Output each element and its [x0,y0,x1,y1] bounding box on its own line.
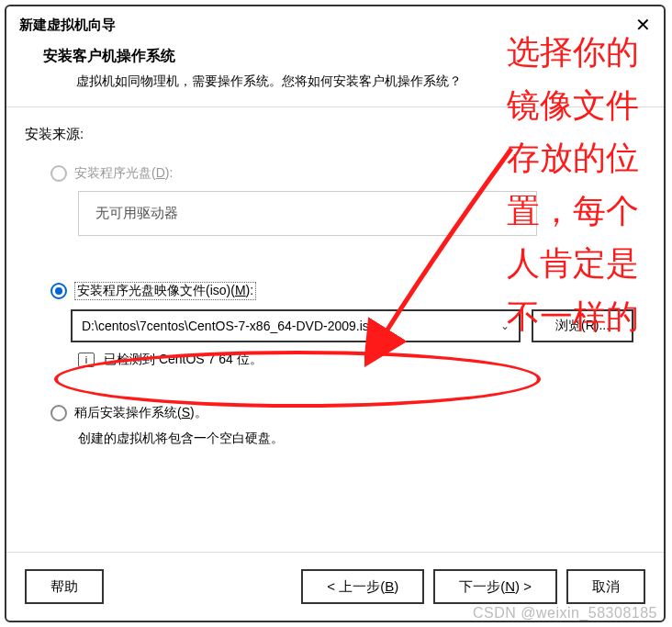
no-drive-box: 无可用驱动器 [78,191,537,236]
detected-os-text: 已检测到 CentOS 7 64 位。 [104,352,263,368]
help-button[interactable]: 帮助 [25,569,104,604]
watermark: CSDN @weixin_58308185 [473,605,657,621]
radio-icon [50,405,67,421]
cancel-button[interactable]: 取消 [566,569,645,604]
later-note: 创建的虚拟机将包含一个空白硬盘。 [78,431,645,447]
iso-path-row: D:\centos\7centos\CentOS-7-x86_64-DVD-20… [71,309,645,342]
browse-button[interactable]: 浏览(R)... [532,309,633,342]
next-button[interactable]: 下一步(N) > [433,569,557,604]
iso-path-combobox[interactable]: D:\centos\7centos\CentOS-7-x86_64-DVD-20… [71,309,521,342]
content-area: 安装来源: 安装程序光盘(D): 无可用驱动器 安装程序光盘映像文件(iso)(… [6,107,664,552]
radio-icon [50,283,67,299]
radio-install-later[interactable]: 稍后安装操作系统(S)。 [25,405,645,421]
window-title: 新建虚拟机向导 [19,17,116,34]
iso-path-value: D:\centos\7centos\CentOS-7-x86_64-DVD-20… [82,319,376,333]
page-title: 安装客户机操作系统 [43,47,627,66]
wizard-window: 新建虚拟机向导 ✕ 安装客户机操作系统 虚拟机如同物理机，需要操作系统。您将如何… [5,5,666,622]
radio-disc-label: 安装程序光盘(D): [74,165,173,182]
radio-iso-label: 安装程序光盘映像文件(iso)(M): [74,282,256,300]
radio-later-label: 稍后安装操作系统(S)。 [74,405,207,421]
detected-os-row: i 已检测到 CentOS 7 64 位。 [78,352,645,368]
page-subtitle: 虚拟机如同物理机，需要操作系统。您将如何安装客户机操作系统？ [43,73,627,90]
close-icon[interactable]: ✕ [635,16,651,34]
radio-installer-disc: 安装程序光盘(D): [25,165,645,182]
chevron-down-icon: ⌄ [500,319,510,332]
back-button[interactable]: < 上一步(B) [301,569,424,604]
info-icon: i [78,353,95,367]
install-source-label: 安装来源: [25,126,645,143]
radio-iso-file[interactable]: 安装程序光盘映像文件(iso)(M): [25,282,645,300]
titlebar: 新建虚拟机向导 ✕ [6,6,664,41]
radio-icon [50,165,67,182]
wizard-header: 安装客户机操作系统 虚拟机如同物理机，需要操作系统。您将如何安装客户机操作系统？ [6,41,664,106]
